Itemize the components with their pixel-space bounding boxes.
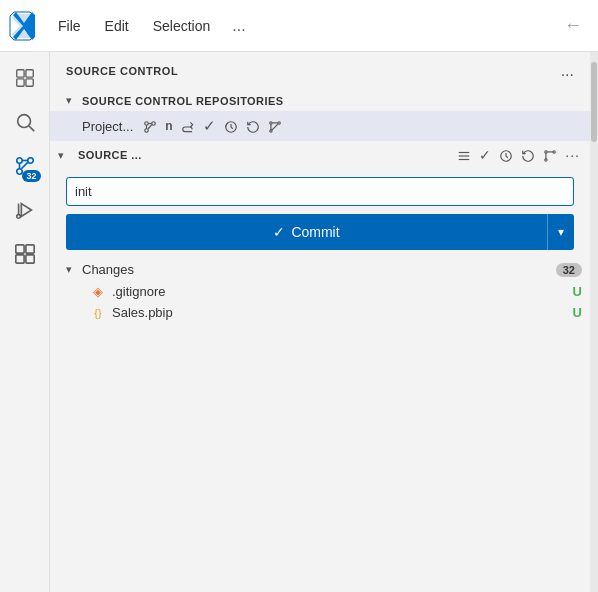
scrollbar-thumb[interactable] bbox=[591, 62, 597, 142]
remote-icon[interactable]: n bbox=[163, 117, 174, 135]
commit-dropdown-chevron-icon: ▾ bbox=[558, 225, 564, 239]
gitignore-status-badge: U bbox=[573, 284, 582, 299]
svg-point-31 bbox=[553, 151, 555, 153]
panel-header: SOURCE CONTROL ... bbox=[50, 52, 590, 90]
svg-line-5 bbox=[29, 126, 34, 131]
changes-count-badge: 32 bbox=[556, 263, 582, 277]
gitignore-file-name: .gitignore bbox=[112, 284, 567, 299]
svg-rect-0 bbox=[16, 70, 23, 77]
title-bar-controls: ← bbox=[556, 11, 590, 40]
refresh2-icon[interactable] bbox=[519, 145, 537, 165]
source-control-panel: SOURCE CONTROL ... ▾ SOURCE CONTROL REPO… bbox=[50, 52, 590, 592]
commit-icon[interactable]: ✓ bbox=[201, 115, 218, 137]
sync-icon[interactable] bbox=[179, 116, 197, 136]
commit-button-label: Commit bbox=[291, 224, 339, 240]
file-menu[interactable]: File bbox=[48, 14, 91, 38]
source-action-icons: ✓ bbox=[455, 145, 582, 165]
changes-title: Changes bbox=[82, 262, 556, 277]
source-control-badge: 32 bbox=[22, 170, 40, 182]
svg-rect-13 bbox=[15, 255, 23, 263]
run-debug-activity-icon[interactable] bbox=[7, 192, 43, 228]
explorer-activity-icon[interactable] bbox=[7, 60, 43, 96]
svg-rect-14 bbox=[25, 255, 33, 263]
repositories-section-header[interactable]: ▾ SOURCE CONTROL REPOSITORIES bbox=[50, 90, 590, 111]
refresh-icon[interactable] bbox=[244, 116, 262, 136]
file-item-sales-pbip[interactable]: {} Sales.pbip U bbox=[50, 302, 590, 323]
svg-point-6 bbox=[16, 158, 22, 164]
history-icon[interactable] bbox=[222, 116, 240, 136]
changes-header[interactable]: ▾ Changes 32 bbox=[50, 258, 590, 281]
title-bar: File Edit Selection ... ← bbox=[0, 0, 598, 52]
check-icon[interactable]: ✓ bbox=[477, 145, 493, 165]
commit-button-area: ✓ Commit ▾ bbox=[50, 214, 590, 258]
svg-rect-1 bbox=[16, 79, 23, 86]
graph2-icon[interactable] bbox=[541, 145, 559, 165]
svg-rect-12 bbox=[25, 245, 33, 253]
commit-button[interactable]: ✓ Commit bbox=[66, 214, 547, 250]
commit-dropdown-button[interactable]: ▾ bbox=[547, 214, 574, 250]
svg-point-19 bbox=[269, 122, 271, 124]
commit-check-icon: ✓ bbox=[273, 224, 285, 240]
pbip-file-name: Sales.pbip bbox=[112, 305, 567, 320]
menu-bar: File Edit Selection ... bbox=[48, 13, 254, 39]
menu-more[interactable]: ... bbox=[224, 13, 253, 39]
history2-icon[interactable] bbox=[497, 145, 515, 165]
svg-point-16 bbox=[145, 129, 149, 133]
search-activity-icon[interactable] bbox=[7, 104, 43, 140]
commit-message-input[interactable]: init bbox=[66, 177, 574, 206]
scrollbar-track[interactable] bbox=[590, 52, 598, 592]
file-item-gitignore[interactable]: ◈ .gitignore U bbox=[50, 281, 590, 302]
edit-menu[interactable]: Edit bbox=[95, 14, 139, 38]
svg-point-9 bbox=[16, 215, 20, 219]
repo-row[interactable]: Project... n bbox=[50, 111, 590, 141]
back-button[interactable]: ← bbox=[556, 11, 590, 40]
commit-input-area: init bbox=[50, 169, 590, 214]
repo-action-icons: n ✓ bbox=[141, 115, 283, 137]
repos-chevron-icon: ▾ bbox=[66, 94, 78, 107]
pbip-file-icon: {} bbox=[90, 307, 106, 319]
svg-point-21 bbox=[278, 122, 280, 124]
main-layout: 32 SOURCE CONTROL ... bbox=[0, 52, 598, 592]
gitignore-file-icon: ◈ bbox=[90, 284, 106, 299]
source-control-activity-icon[interactable]: 32 bbox=[7, 148, 43, 184]
svg-rect-2 bbox=[25, 70, 32, 77]
graph-icon[interactable] bbox=[266, 116, 284, 136]
panel-title: SOURCE CONTROL bbox=[66, 65, 178, 77]
lines-icon[interactable] bbox=[455, 145, 473, 165]
vscode-logo bbox=[8, 10, 40, 42]
selection-menu[interactable]: Selection bbox=[143, 14, 221, 38]
pbip-status-badge: U bbox=[573, 305, 582, 320]
source-section-header[interactable]: ▾ SOURCE ... ✓ bbox=[50, 141, 590, 169]
svg-point-8 bbox=[27, 158, 33, 164]
source-chevron-icon: ▾ bbox=[58, 149, 70, 162]
panel-more-button[interactable]: ... bbox=[561, 62, 574, 80]
svg-point-17 bbox=[152, 122, 156, 126]
changes-section: ▾ Changes 32 ◈ .gitignore U {} Sales.pbi… bbox=[50, 258, 590, 323]
svg-point-4 bbox=[17, 115, 30, 128]
branch-icon[interactable] bbox=[141, 116, 159, 136]
svg-point-29 bbox=[545, 151, 547, 153]
source-more-icon[interactable]: ··· bbox=[563, 145, 582, 165]
activity-bar: 32 bbox=[0, 52, 50, 592]
svg-point-15 bbox=[145, 122, 149, 126]
source-section-title: SOURCE ... bbox=[78, 149, 142, 161]
extensions-activity-icon[interactable] bbox=[7, 236, 43, 272]
svg-rect-11 bbox=[15, 245, 23, 253]
changes-chevron-icon: ▾ bbox=[66, 263, 78, 276]
svg-point-30 bbox=[545, 159, 547, 161]
repo-name: Project... bbox=[82, 119, 133, 134]
svg-point-20 bbox=[269, 130, 271, 132]
svg-line-24 bbox=[272, 124, 278, 130]
svg-rect-3 bbox=[25, 79, 32, 86]
repositories-section-title: SOURCE CONTROL REPOSITORIES bbox=[82, 95, 582, 107]
svg-point-7 bbox=[16, 169, 22, 175]
